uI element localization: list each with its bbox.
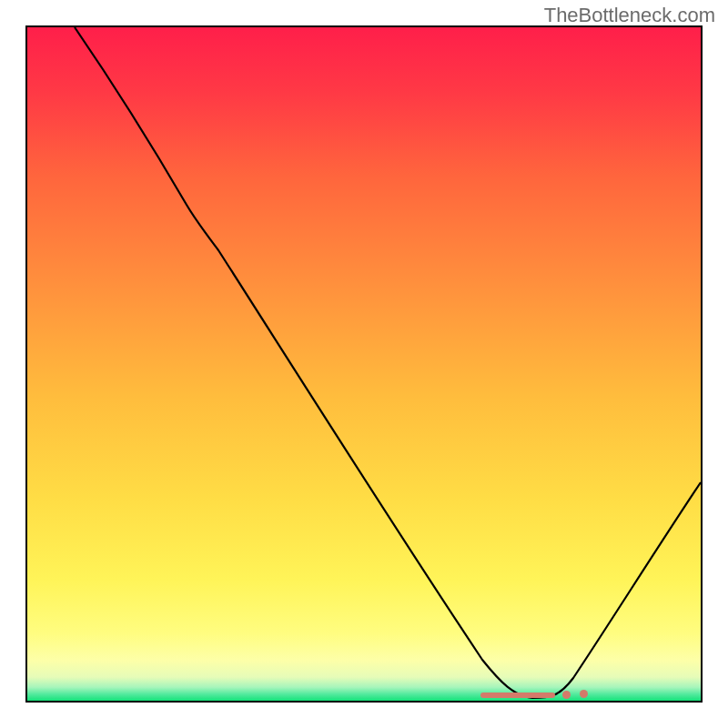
chart-container: TheBottleneck.com	[0, 0, 728, 728]
plot-area	[25, 25, 703, 703]
marker-dot-1	[562, 691, 571, 699]
marker-segment	[480, 693, 555, 698]
bottleneck-curve	[27, 27, 701, 701]
marker-dot-2	[580, 690, 588, 698]
watermark-text: TheBottleneck.com	[544, 4, 715, 27]
